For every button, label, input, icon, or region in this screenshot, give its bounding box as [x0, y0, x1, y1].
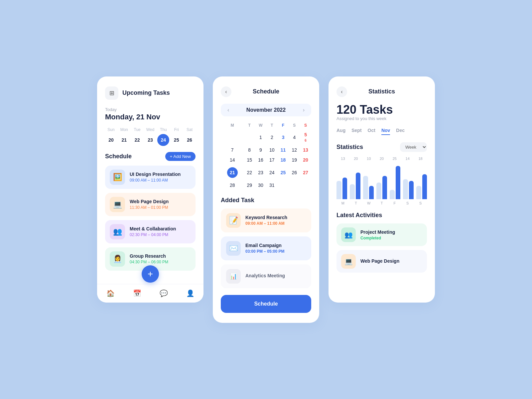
- bar-f-light: [390, 190, 395, 199]
- panel1-title: Upcoming Tasks: [122, 89, 170, 96]
- week-day-nums: 20 21 22 23 24 25 26: [105, 134, 196, 146]
- bar-m-light: [336, 181, 341, 199]
- month-tab-sept[interactable]: Sept: [351, 128, 361, 135]
- bar-t1-dark: [356, 173, 361, 199]
- bar-pair-f: [390, 166, 400, 199]
- task-count: 120 Tasks: [336, 103, 427, 116]
- sched-card-analytics[interactable]: 📊 Analytics Meeting: [221, 264, 311, 288]
- week-day-labels: Sun Mon Tue Wed Thu Fri Sat: [105, 127, 196, 132]
- nav-profile-icon[interactable]: 👤: [184, 287, 196, 299]
- back-button[interactable]: ‹: [221, 86, 231, 97]
- sched-icon-analytics: 📊: [226, 269, 241, 284]
- task-count-sub: Assigned to you this week: [336, 116, 427, 121]
- sched-card-email-campaign[interactable]: ✉️ Email Campaign 03:00 PM – 05:00 PM: [221, 236, 311, 260]
- task-icon-meet: 👥: [110, 224, 125, 239]
- nav-chat-icon[interactable]: 💬: [158, 287, 170, 299]
- activity-card-web-page-design[interactable]: 💻 Web Page Design: [336, 250, 427, 273]
- month-tab-nov[interactable]: Nov: [381, 128, 390, 135]
- stats-sub-label: Statistics: [336, 144, 363, 151]
- bar-pair-w: [363, 176, 374, 199]
- month-tab-aug[interactable]: Aug: [336, 128, 345, 135]
- stat-back-button[interactable]: ‹: [336, 86, 347, 97]
- sched-icon-email: ✉️: [226, 241, 241, 256]
- bar-f-dark: [396, 166, 401, 199]
- sched-card-keyword-research[interactable]: 📝 Keyword Research 09:00 AM – 11:00 AM: [221, 208, 311, 232]
- bar-pair-s2: [416, 174, 427, 199]
- bar-s2-dark: [422, 174, 427, 199]
- bar-s1-light: [403, 179, 408, 199]
- schedule-button[interactable]: Schedule: [221, 295, 311, 313]
- panel-upcoming-tasks: ⊞ Upcoming Tasks Today Monday, 21 Nov Su…: [97, 76, 203, 303]
- week-dropdown[interactable]: Week Month: [400, 142, 427, 152]
- nav-home-icon[interactable]: 🏠: [104, 287, 116, 299]
- bar-pair-t2: [376, 176, 387, 199]
- panel-statistics: ‹ Statistics 120 Tasks Assigned to you t…: [329, 76, 435, 303]
- add-new-button[interactable]: + Add New: [165, 152, 196, 161]
- activities-label: Latest Activities: [336, 212, 427, 219]
- bar-m-dark: [342, 178, 347, 199]
- month-tab-dec[interactable]: Dec: [396, 128, 405, 135]
- bar-numbers: 13 20 10 20 25 14 18: [336, 157, 427, 161]
- cal-prev-button[interactable]: ‹: [225, 107, 231, 113]
- stats-sub-header: Statistics Week Month: [336, 142, 427, 152]
- stat-title: Statistics: [368, 88, 395, 95]
- bars-row: [336, 163, 427, 199]
- bar-s2-light: [416, 186, 421, 199]
- task-icon-ui-design: 🖼️: [110, 170, 125, 185]
- bar-t2-dark: [382, 176, 387, 199]
- task-card-web-page-design[interactable]: 💻 Web Page Design 11:30 AM – 01:00 PM: [105, 193, 196, 216]
- nav-calendar-icon[interactable]: 📅: [131, 287, 143, 299]
- calendar-nav: ‹ November 2022 ›: [221, 104, 311, 116]
- day-labels: M T W T F S S: [336, 201, 427, 205]
- task-card-meet-collaboration[interactable]: 👥 Meet & Collabaration 02:30 PM – 04:00 …: [105, 220, 196, 243]
- cal-month: November 2022: [231, 107, 301, 113]
- panel2-header: ‹ Schedule: [221, 86, 311, 97]
- today-label: Today: [105, 107, 196, 112]
- grid-icon: ⊞: [105, 86, 118, 100]
- month-tab-oct[interactable]: Oct: [368, 128, 375, 135]
- bar-pair-m: [336, 178, 347, 199]
- stat-panel-header: ‹ Statistics: [336, 86, 427, 97]
- schedule-label: Schedule: [105, 153, 132, 160]
- task-card-ui-design[interactable]: 🖼️ UI Design Presentation 09:00 AM – 11:…: [105, 166, 196, 189]
- panel2-title: Schedule: [253, 88, 279, 95]
- task-icon-group-research: 👩‍💼: [110, 251, 125, 267]
- panel1-header: ⊞ Upcoming Tasks: [105, 86, 196, 100]
- bottom-nav: 🏠 📅 💬 👤: [97, 284, 203, 303]
- bar-t2-light: [376, 183, 381, 199]
- activity-icon-web-page: 💻: [341, 254, 356, 269]
- bar-chart: 13 20 10 20 25 14 18: [336, 157, 427, 205]
- added-task-label: Added Task: [221, 197, 311, 204]
- fab-button[interactable]: +: [142, 265, 159, 283]
- bar-w-dark: [369, 186, 374, 199]
- activity-card-project-meeting[interactable]: 👥 Project Meeting Completed: [336, 223, 427, 246]
- sched-icon-keyword: 📝: [226, 213, 241, 228]
- schedule-header: Schedule + Add New: [105, 152, 196, 161]
- panels-container: ⊞ Upcoming Tasks Today Monday, 21 Nov Su…: [97, 76, 435, 323]
- panel-schedule: ‹ Schedule ‹ November 2022 › M T W T F S…: [213, 76, 319, 323]
- bar-t1-light: [350, 184, 355, 199]
- calendar-grid: M T W T F S S 1 2 3 4 56: [221, 121, 311, 190]
- bar-w-light: [363, 176, 368, 199]
- bar-pair-s1: [403, 179, 414, 199]
- today-date: Monday, 21 Nov: [105, 113, 196, 121]
- cal-next-button[interactable]: ›: [301, 107, 307, 113]
- activity-icon-project-meeting: 👥: [341, 227, 356, 242]
- task-icon-web-page: 💻: [110, 197, 125, 212]
- bar-pair-t1: [350, 173, 360, 199]
- bar-s1-dark: [409, 181, 414, 199]
- month-tabs: Aug Sept Oct Nov Dec: [336, 128, 427, 135]
